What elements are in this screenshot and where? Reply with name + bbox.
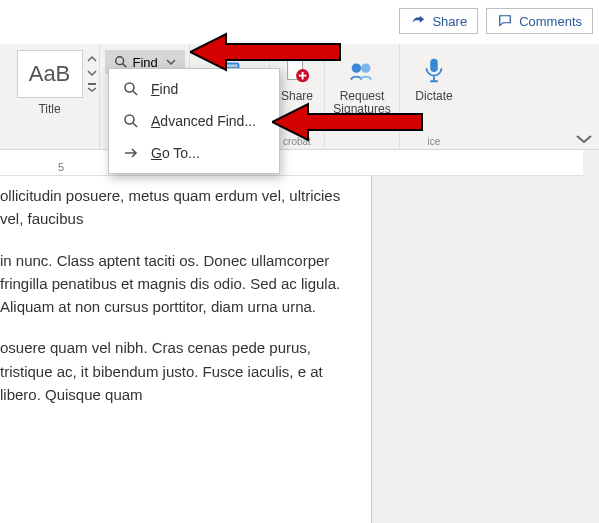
share-icon <box>410 13 426 29</box>
svg-rect-9 <box>430 59 438 72</box>
svg-point-7 <box>352 63 361 72</box>
svg-point-1 <box>115 57 123 65</box>
mic-icon <box>418 54 450 86</box>
comment-icon <box>497 13 513 29</box>
dropdown-goto[interactable]: Go To... <box>109 137 279 169</box>
svg-rect-4 <box>222 64 237 67</box>
svg-line-2 <box>122 64 126 68</box>
paragraph: in nunc. Class aptent taciti os. Donec u… <box>0 249 355 319</box>
gallery-scroll[interactable] <box>87 54 97 92</box>
comments-button[interactable]: Comments <box>486 8 593 34</box>
share-pdf-icon <box>281 54 313 86</box>
paragraph: ollicitudin posuere, metus quam erdum ve… <box>0 184 355 231</box>
scrollbar-vertical[interactable] <box>583 150 599 523</box>
svg-point-8 <box>361 63 370 72</box>
signatures-label: RequestSignatures <box>333 90 390 116</box>
find-dropdown: Find Advanced Find... Go To... <box>108 68 280 174</box>
search-icon <box>123 113 139 129</box>
share-button[interactable]: Share <box>399 8 478 34</box>
share-label: Share <box>432 14 467 29</box>
dropdown-find[interactable]: Find <box>109 73 279 105</box>
svg-point-12 <box>125 115 134 124</box>
ruler-tick-5: 5 <box>58 161 64 173</box>
svg-line-13 <box>133 123 137 127</box>
signatures-group[interactable]: RequestSignatures <box>325 44 400 149</box>
share-ribbon-label: Share <box>281 90 313 103</box>
dropdown-advanced-label: Advanced Find... <box>151 113 256 129</box>
gallery-expand-icon <box>87 82 97 92</box>
svg-point-10 <box>125 83 134 92</box>
ruler[interactable]: 5 7 <box>0 158 599 176</box>
dropdown-find-label: Find <box>151 81 178 97</box>
ribbon: AaB Title Find Sens... Share crobat <box>0 44 599 150</box>
voice-sublabel: ice <box>400 136 468 147</box>
collapse-ribbon-button[interactable] <box>575 132 593 146</box>
signature-icon <box>346 54 378 86</box>
voice-group[interactable]: Dictate ice <box>400 44 468 149</box>
dropdown-goto-label: Go To... <box>151 145 200 161</box>
comments-label: Comments <box>519 14 582 29</box>
chevron-down-icon <box>166 57 176 67</box>
svg-rect-0 <box>88 83 96 85</box>
style-preview[interactable]: AaB <box>17 50 83 98</box>
dictate-label: Dictate <box>415 90 452 103</box>
styles-group: AaB Title <box>0 44 100 149</box>
document-body[interactable]: ollicitudin posuere, metus quam erdum ve… <box>0 184 371 523</box>
arrow-right-icon <box>123 145 139 161</box>
svg-line-11 <box>133 91 137 95</box>
chevron-down-icon <box>87 68 97 78</box>
paragraph: osuere quam vel nibh. Cras cenas pede pu… <box>0 336 355 406</box>
page-margin-area <box>371 176 599 523</box>
dropdown-advanced-find[interactable]: Advanced Find... <box>109 105 279 137</box>
chevron-up-icon <box>87 54 97 64</box>
style-name: Title <box>38 102 60 116</box>
search-icon <box>123 81 139 97</box>
